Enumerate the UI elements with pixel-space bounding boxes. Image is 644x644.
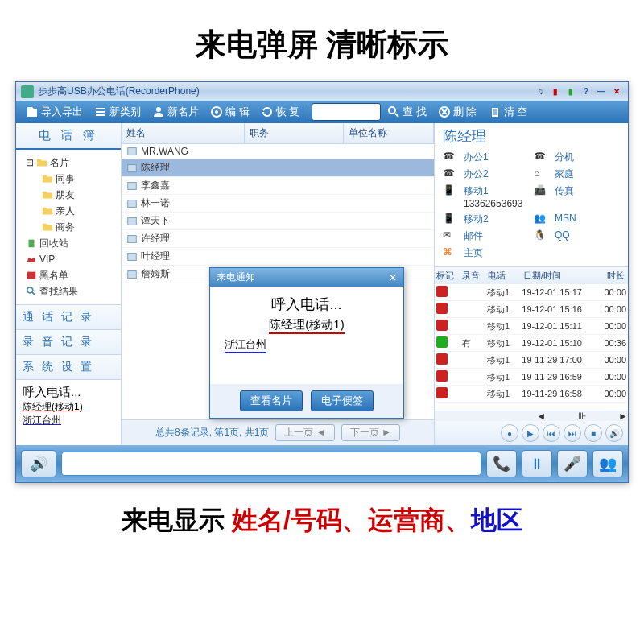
- next-page-button[interactable]: 下一页 ►: [341, 424, 400, 441]
- svg-rect-8: [128, 164, 137, 171]
- call-button[interactable]: 📞: [486, 450, 517, 477]
- view-card-button[interactable]: 查看名片: [240, 390, 303, 411]
- incoming-location: 浙江台州: [23, 414, 114, 427]
- pagination-summary: 总共8条记录, 第1页, 共1页: [155, 426, 269, 440]
- svg-point-2: [215, 110, 218, 114]
- edit-button[interactable]: 编 辑: [205, 103, 254, 121]
- contact-row[interactable]: 陈经理: [122, 159, 434, 177]
- rec-log-tab[interactable]: 录 音 记 录: [16, 330, 121, 355]
- mobile-icon: 📱: [443, 184, 456, 197]
- mic-button[interactable]: 🎤: [557, 450, 588, 477]
- contact-row[interactable]: 叶经理: [122, 248, 434, 266]
- contact-row[interactable]: 谭天下: [122, 213, 434, 230]
- new-category-button[interactable]: 新类别: [89, 103, 146, 121]
- call-log-header: 标记 录音 电话 日期/时间 时长: [435, 267, 628, 284]
- svg-rect-5: [27, 272, 36, 279]
- svg-rect-11: [128, 217, 137, 225]
- fax-icon: 📠: [534, 184, 547, 197]
- svg-point-6: [27, 287, 33, 293]
- restore-button[interactable]: 恢 复: [256, 103, 305, 121]
- log-row[interactable]: 有移动119-12-01 15:1000:36: [435, 335, 628, 352]
- phone-icon: ☎: [534, 151, 547, 163]
- popup-location: 浙江台州: [225, 337, 266, 353]
- import-export-button[interactable]: 导入导出: [21, 103, 88, 121]
- help-button[interactable]: ?: [580, 85, 592, 98]
- delete-button[interactable]: 删 除: [433, 103, 482, 121]
- tree-namecard[interactable]: ⊟名片: [19, 155, 118, 171]
- close-button[interactable]: ✕: [610, 85, 623, 98]
- incoming-call-panel: 呼入电话... 陈经理(移动1) 浙江台州: [16, 380, 121, 432]
- call-log-list: 移动119-12-01 15:1700:00移动119-12-01 15:160…: [435, 284, 628, 411]
- contact-row[interactable]: 李鑫嘉: [122, 177, 434, 195]
- contact-row[interactable]: MR.WANG: [122, 144, 434, 159]
- svg-rect-12: [128, 235, 137, 242]
- log-row[interactable]: 移动119-11-29 17:0000:00: [435, 352, 628, 369]
- svg-rect-7: [128, 148, 137, 155]
- contacts-button[interactable]: 👥: [592, 450, 623, 477]
- svg-rect-14: [128, 270, 137, 278]
- svg-rect-13: [128, 253, 137, 260]
- tree-recycle[interactable]: 回收站: [19, 235, 118, 251]
- tree-colleague[interactable]: 同事: [19, 171, 118, 187]
- volume-button[interactable]: 🔊: [605, 424, 623, 442]
- e-note-button[interactable]: 电子便签: [311, 390, 374, 411]
- contact-row[interactable]: 许经理: [122, 230, 434, 248]
- svg-point-3: [389, 107, 395, 114]
- minimize-button[interactable]: —: [595, 85, 608, 98]
- music-icon: ♫: [534, 85, 547, 98]
- popup-close-button[interactable]: ✕: [389, 272, 397, 283]
- call-log-tab[interactable]: 通 话 记 录: [16, 305, 121, 330]
- player-bar: ● ▶ ⏮ ⏭ ■ 🔊: [435, 421, 628, 445]
- tree-friend[interactable]: 朋友: [19, 187, 118, 203]
- category-tree: ⊟名片 同事 朋友 亲人 商务 回收站 VIP 黑名单 查找结果: [16, 150, 121, 304]
- new-card-button[interactable]: 新名片: [147, 103, 204, 121]
- tree-family[interactable]: 亲人: [19, 203, 118, 219]
- rss-icon: ⌘: [443, 246, 456, 259]
- dial-input[interactable]: [61, 452, 481, 476]
- hold-button[interactable]: ⏸: [522, 450, 552, 477]
- bottom-caption: 来电显示 姓名/号码、运营商、地区: [0, 503, 644, 539]
- phone-icon: ☎: [443, 151, 456, 163]
- indicator-icon: ▮: [549, 85, 562, 98]
- clear-button[interactable]: 清 空: [484, 103, 533, 121]
- play-button[interactable]: ▶: [522, 424, 539, 442]
- search-button[interactable]: 查 找: [382, 103, 431, 121]
- log-row[interactable]: 移动119-11-29 16:5800:00: [435, 386, 628, 402]
- phone-icon: ☎: [443, 167, 456, 180]
- search-input[interactable]: [312, 103, 381, 121]
- incoming-name: 陈经理(移动1): [23, 400, 114, 414]
- log-row[interactable]: 移动119-11-29 16:5900:00: [435, 369, 628, 386]
- svg-point-0: [156, 107, 161, 112]
- contacts-header: 姓名 职务 单位名称: [122, 123, 434, 144]
- log-row[interactable]: 移动119-12-01 15:1700:00: [435, 284, 628, 301]
- contact-row[interactable]: 林一诺: [122, 195, 434, 213]
- log-row[interactable]: 移动119-12-01 15:1600:00: [435, 301, 628, 318]
- indicator2-icon: ▮: [564, 85, 577, 98]
- app-icon: [21, 85, 34, 98]
- msn-icon: 👥: [534, 213, 547, 225]
- tree-vip[interactable]: VIP: [19, 251, 118, 267]
- speaker-button[interactable]: 🔊: [21, 450, 56, 477]
- tree-search-result[interactable]: 查找结果: [19, 283, 118, 299]
- home-icon: ⌂: [534, 167, 547, 180]
- contact-name: 陈经理: [435, 123, 628, 149]
- record-button[interactable]: ●: [501, 424, 518, 442]
- stop-button[interactable]: ■: [584, 424, 602, 442]
- prev-page-button[interactable]: 上一页 ◄: [275, 424, 334, 441]
- popup-line1: 呼入电话...: [218, 295, 395, 314]
- incoming-title: 呼入电话...: [23, 385, 114, 400]
- tree-business[interactable]: 商务: [19, 219, 118, 235]
- svg-rect-9: [128, 182, 137, 189]
- next-button[interactable]: ⏭: [564, 424, 581, 442]
- mobile-icon: 📱: [443, 213, 456, 225]
- mail-icon: ✉: [443, 229, 456, 242]
- qq-icon: 🐧: [534, 229, 547, 242]
- incoming-call-popup: 来电通知 ✕ 呼入电话... 陈经理(移动1) 浙江台州 查看名片 电子便签: [209, 267, 404, 419]
- log-scrollbar[interactable]: ◄⊪►: [435, 411, 628, 421]
- phonebook-tab[interactable]: 电 话 簿: [16, 123, 121, 150]
- tree-blacklist[interactable]: 黑名单: [19, 267, 118, 283]
- log-row[interactable]: 移动119-12-01 15:1100:00: [435, 318, 628, 335]
- contact-details: ☎办公1 ☎分机 ☎办公2 ⌂家庭 📱移动1 13362653693 📠传真 📱…: [435, 149, 628, 267]
- settings-tab[interactable]: 系 统 设 置: [16, 355, 121, 380]
- prev-button[interactable]: ⏮: [543, 424, 560, 442]
